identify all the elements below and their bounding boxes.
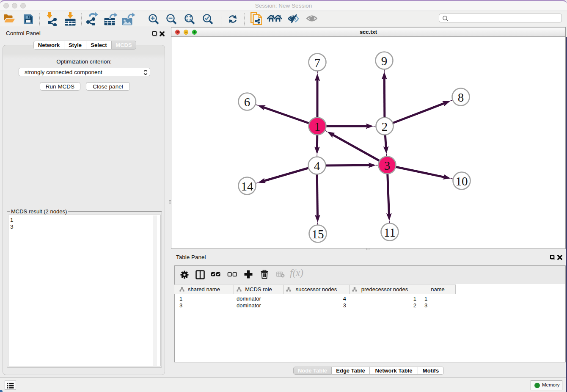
svg-text:3: 3 <box>384 159 391 172</box>
svg-text:7: 7 <box>314 56 321 69</box>
svg-text:10: 10 <box>456 174 468 188</box>
svg-text:6: 6 <box>244 95 250 109</box>
svg-text:11: 11 <box>384 226 396 239</box>
svg-text:15: 15 <box>312 227 324 241</box>
svg-text:9: 9 <box>381 54 388 68</box>
svg-text:2: 2 <box>382 120 388 133</box>
svg-text:1: 1 <box>314 120 321 133</box>
svg-text:8: 8 <box>458 91 464 104</box>
svg-text:14: 14 <box>241 179 254 193</box>
svg-text:4: 4 <box>314 159 320 173</box>
